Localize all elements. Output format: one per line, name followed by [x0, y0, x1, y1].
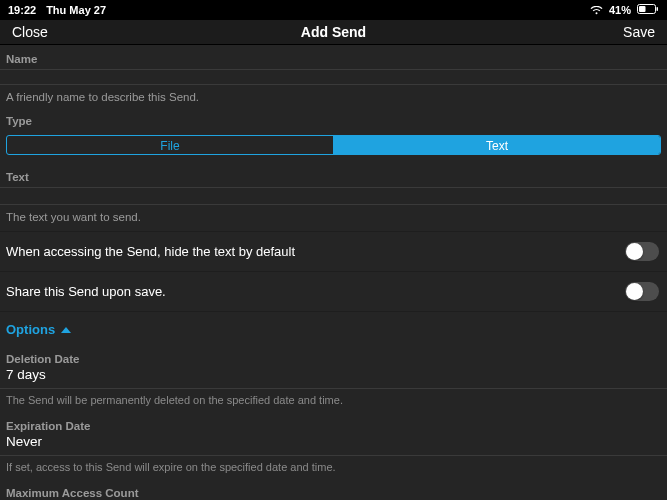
hide-text-label: When accessing the Send, hide the text b…	[6, 244, 295, 259]
hide-text-row[interactable]: When accessing the Send, hide the text b…	[0, 231, 667, 272]
expiration-date-picker[interactable]: Never	[0, 434, 667, 456]
deletion-date-hint: The Send will be permanently deleted on …	[0, 389, 667, 414]
status-time: 19:22	[8, 4, 36, 16]
options-toggle[interactable]: Options	[0, 312, 667, 347]
text-hint: The text you want to send.	[0, 205, 667, 231]
deletion-date-picker[interactable]: 7 days	[0, 367, 667, 389]
type-label: Type	[0, 111, 667, 131]
deletion-date-value: 7 days	[6, 367, 46, 382]
share-on-save-row[interactable]: Share this Send upon save.	[0, 272, 667, 312]
status-bar: 19:22 Thu May 27 41%	[0, 0, 667, 20]
svg-rect-2	[657, 7, 659, 11]
save-button[interactable]: Save	[595, 24, 655, 40]
battery-icon	[637, 4, 659, 16]
max-access-label: Maximum Access Count	[0, 481, 667, 500]
nav-header: Close Add Send Save	[0, 20, 667, 45]
close-button[interactable]: Close	[12, 24, 72, 40]
share-on-save-label: Share this Send upon save.	[6, 284, 166, 299]
name-label: Name	[0, 45, 667, 69]
type-file-tab[interactable]: File	[7, 136, 334, 154]
options-label: Options	[6, 322, 55, 337]
expiration-date-value: Never	[6, 434, 42, 449]
hide-text-toggle[interactable]	[625, 242, 659, 261]
battery-percent: 41%	[609, 4, 631, 16]
name-input[interactable]	[0, 69, 667, 85]
share-on-save-toggle[interactable]	[625, 282, 659, 301]
deletion-date-label: Deletion Date	[0, 347, 667, 367]
status-date: Thu May 27	[46, 4, 106, 16]
page-title: Add Send	[301, 24, 366, 40]
expiration-date-label: Expiration Date	[0, 414, 667, 434]
expiration-date-hint: If set, access to this Send will expire …	[0, 456, 667, 481]
chevron-up-icon	[61, 327, 71, 333]
wifi-icon	[590, 6, 603, 15]
type-text-tab[interactable]: Text	[334, 136, 660, 154]
type-segmented[interactable]: File Text	[6, 135, 661, 155]
text-label: Text	[0, 163, 667, 187]
name-hint: A friendly name to describe this Send.	[0, 85, 667, 111]
svg-rect-1	[639, 6, 646, 12]
content-scroll[interactable]: Name A friendly name to describe this Se…	[0, 45, 667, 500]
text-input[interactable]	[0, 187, 667, 205]
